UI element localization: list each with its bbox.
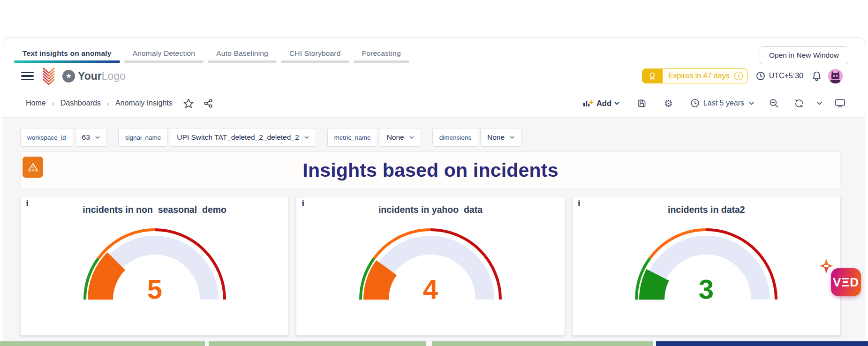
card-title: incidents in data2 bbox=[668, 204, 745, 215]
dimensions-select[interactable]: None bbox=[480, 128, 521, 147]
next-row-card-edge bbox=[656, 341, 868, 346]
app-header: ★ YourLogo Expires in 47 days i UTC+5:30 bbox=[3, 63, 865, 89]
gauge-card-non-seasonal-demo: i incidents in non_seasonal_demo 5 bbox=[20, 197, 289, 336]
card-title: incidents in yahoo_data bbox=[378, 204, 483, 215]
gauge-card-data2: i incidents in data2 3 bbox=[572, 197, 841, 336]
filter-bar: workspace_id 63 signal_name UPI Switch T… bbox=[20, 128, 841, 147]
license-expiry-badge[interactable]: Expires in 47 days i bbox=[642, 68, 748, 83]
gauge-card-yahoo-data: i incidents in yahoo_data 4 bbox=[296, 197, 565, 336]
gauge-chart: 3 bbox=[631, 219, 781, 302]
filter-dimensions: dimensions None bbox=[432, 128, 521, 147]
zoom-out-button[interactable] bbox=[769, 98, 779, 108]
save-icon bbox=[637, 98, 647, 108]
next-row-card-edge bbox=[432, 341, 653, 346]
tab-chi-storyboard[interactable]: CHI Storyboard bbox=[281, 49, 349, 63]
filter-value: None bbox=[387, 133, 404, 142]
refresh-button[interactable] bbox=[794, 98, 804, 108]
refresh-icon bbox=[794, 98, 804, 108]
filter-signal-name: signal_name UPI Switch TAT_deleted_2_del… bbox=[118, 128, 316, 147]
svg-text:5: 5 bbox=[147, 274, 162, 302]
filter-metric-name: metric_name None bbox=[327, 128, 421, 147]
share-icon[interactable] bbox=[204, 98, 213, 108]
next-row-card-edge bbox=[0, 341, 205, 346]
workspace-id-select[interactable]: 63 bbox=[75, 128, 107, 147]
filter-value: UPI Switch TAT_deleted_2_deleted_2 bbox=[177, 133, 299, 142]
gauge-chart: 5 bbox=[80, 219, 230, 302]
chevron-down-icon bbox=[304, 136, 309, 139]
info-icon[interactable]: i bbox=[578, 199, 581, 208]
timezone-label: UTC+5:30 bbox=[769, 72, 803, 80]
dashboard-content: workspace_id 63 signal_name UPI Switch T… bbox=[3, 117, 865, 346]
tv-mode-button[interactable] bbox=[835, 98, 845, 108]
breadcrumb-dashboards[interactable]: Dashboards bbox=[60, 99, 101, 107]
refresh-interval-dropdown[interactable] bbox=[817, 102, 822, 105]
metric-name-select[interactable]: None bbox=[380, 128, 421, 147]
warning-button[interactable] bbox=[23, 157, 43, 178]
signal-name-select[interactable]: UPI Switch TAT_deleted_2_deleted_2 bbox=[170, 128, 316, 147]
history-clock-icon bbox=[690, 98, 700, 108]
chevron-down-icon bbox=[510, 136, 514, 139]
svg-text:3: 3 bbox=[699, 274, 714, 302]
hamburger-menu-icon[interactable] bbox=[21, 72, 34, 81]
info-icon[interactable]: i bbox=[302, 199, 304, 208]
tab-auto-baselining[interactable]: Auto Baselining bbox=[208, 49, 277, 63]
breadcrumb-toolbar-row: Home › Dashboards › Anomaly Insights bbox=[3, 89, 865, 117]
monitor-icon bbox=[835, 98, 845, 108]
filter-value: None bbox=[487, 133, 505, 142]
notifications-bell-icon[interactable] bbox=[812, 71, 822, 81]
add-widget-button[interactable]: Add bbox=[583, 99, 619, 108]
logo-text-light: Logo bbox=[102, 70, 126, 82]
breadcrumb-anomaly-insights[interactable]: Anomaly Insights bbox=[115, 99, 173, 107]
chevron-down-icon bbox=[409, 136, 414, 139]
breadcrumb-separator: › bbox=[107, 99, 109, 107]
favorite-star-icon[interactable] bbox=[183, 98, 194, 109]
logo-star-icon: ★ bbox=[62, 70, 75, 83]
filter-label: metric_name bbox=[327, 128, 378, 147]
tab-anomaly-detection[interactable]: Anomaly Detection bbox=[124, 49, 204, 63]
filter-label: dimensions bbox=[432, 128, 478, 147]
filter-workspace-id: workspace_id 63 bbox=[20, 128, 107, 147]
timezone-display: UTC+5:30 bbox=[756, 71, 803, 81]
save-dashboard-button[interactable] bbox=[637, 98, 647, 108]
logo-text-bold: Your bbox=[78, 70, 102, 82]
breadcrumb-separator: › bbox=[52, 99, 54, 107]
info-icon[interactable]: i bbox=[26, 199, 29, 208]
gauge-chart: 4 bbox=[355, 219, 506, 302]
tab-forecasting[interactable]: Forecasting bbox=[354, 49, 409, 63]
filter-value: 63 bbox=[82, 133, 90, 142]
ved-assistant-badge[interactable]: VΞD bbox=[831, 268, 861, 296]
dashboard-panel: Text insights on anomaly Anomaly Detecti… bbox=[3, 38, 865, 346]
svg-text:4: 4 bbox=[423, 274, 438, 302]
settings-button[interactable]: ⚙ bbox=[664, 98, 673, 108]
chevron-down-icon bbox=[817, 102, 822, 105]
filter-label: workspace_id bbox=[20, 128, 73, 147]
warning-triangle-icon bbox=[28, 162, 38, 172]
tab-bar: Text insights on anomaly Anomaly Detecti… bbox=[3, 38, 865, 63]
open-in-new-window-button[interactable]: Open in New Window bbox=[760, 46, 848, 64]
bar-chart-plus-icon bbox=[583, 99, 593, 107]
chevron-down-icon bbox=[95, 136, 100, 139]
dashboard-toolbar: Add ⚙ Last 5 years bbox=[583, 98, 845, 108]
tab-text-insights[interactable]: Text insights on anomaly bbox=[14, 49, 120, 63]
license-expiry-text: Expires in 47 days bbox=[663, 72, 734, 80]
card-title: incidents in non_seasonal_demo bbox=[83, 204, 226, 215]
user-avatar[interactable] bbox=[828, 69, 843, 83]
app-logo: ★ YourLogo bbox=[62, 70, 126, 83]
zoom-out-icon bbox=[769, 98, 779, 108]
gear-icon: ⚙ bbox=[664, 98, 673, 108]
next-row-card-edge bbox=[209, 341, 426, 346]
medal-icon bbox=[642, 69, 663, 83]
info-circle-icon[interactable]: i bbox=[734, 72, 743, 80]
filter-label: signal_name bbox=[118, 128, 168, 147]
brand-chevron-icon bbox=[42, 67, 56, 85]
add-label: Add bbox=[596, 99, 611, 108]
breadcrumb-home[interactable]: Home bbox=[26, 99, 46, 107]
insights-title-panel: Insights based on incidents bbox=[20, 151, 841, 189]
insights-title: Insights based on incidents bbox=[302, 159, 558, 181]
time-range-selector[interactable]: Last 5 years bbox=[690, 98, 754, 108]
gauge-cards-row: i incidents in non_seasonal_demo 5 i inc… bbox=[20, 197, 841, 336]
clock-icon bbox=[756, 71, 765, 81]
sparkle-icon bbox=[820, 258, 833, 273]
chevron-down-icon bbox=[614, 102, 619, 105]
chevron-down-icon bbox=[749, 102, 754, 105]
